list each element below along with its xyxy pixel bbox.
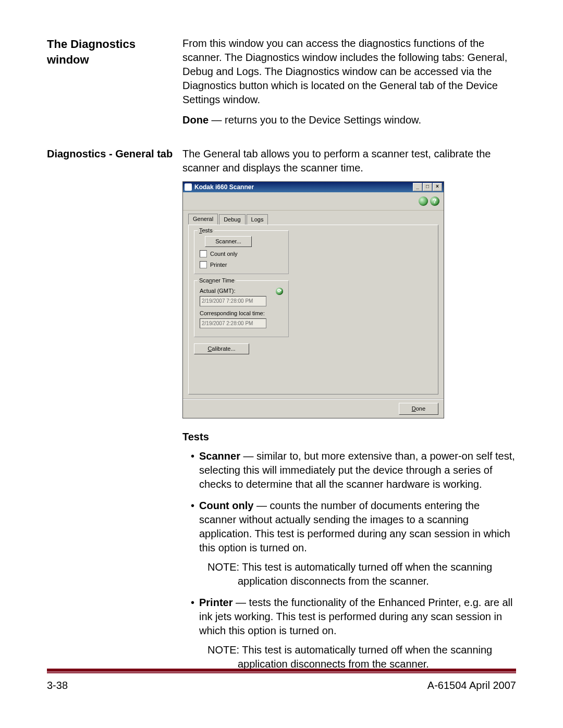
section-diagnostics-window: The Diagnostics window From this window … <box>47 36 516 133</box>
checkbox-box <box>200 261 207 268</box>
checkbox-box <box>200 250 207 257</box>
printer-label: Printer <box>210 261 227 269</box>
bullet-count-only: Count only — counts the number of docume… <box>191 499 516 588</box>
tab-general[interactable]: General <box>188 214 218 225</box>
bullet-printer: Printer — tests the functionality of the… <box>191 596 516 671</box>
count-note: NOTE: This test is automatically turned … <box>199 560 516 588</box>
footer-doc-id: A-61504 April 2007 <box>427 678 516 693</box>
tests-heading: Tests <box>182 430 516 444</box>
local-time-value: 2/19/2007 2:28:00 PM <box>200 318 266 329</box>
actual-gmt-label: Actual (GMT): <box>200 287 235 295</box>
maximize-button[interactable]: □ <box>423 183 432 191</box>
tab-panel-general: Tests Scanner... Count only <box>188 225 438 394</box>
diagnostics-window-done: Done — returns you to the Device Setting… <box>182 113 516 127</box>
general-tab-intro: The General tab allows you to perform a … <box>182 147 516 175</box>
app-icon <box>185 183 192 191</box>
bullet-printer-label: Printer <box>199 597 232 608</box>
diagnostics-window-intro: From this window you can access the diag… <box>182 36 516 107</box>
group-tests-legend: Tests <box>198 227 214 235</box>
tabs: General Debug Logs <box>188 214 438 225</box>
bullet-count-label: Count only <box>199 500 253 511</box>
minimize-button[interactable]: _ <box>413 183 422 191</box>
count-only-label: Count only <box>210 250 238 258</box>
window-buttons: _ □ × <box>413 183 442 191</box>
printer-checkbox[interactable]: Printer <box>200 261 283 269</box>
titlebar: Kodak i660 Scanner _ □ × <box>183 182 444 192</box>
section-general-tab: Diagnostics - General tab The General ta… <box>47 147 516 678</box>
bullet-scanner-text: — similar to, but more extensive than, a… <box>199 450 515 490</box>
footer-inner: 3-38 A-61504 April 2007 <box>47 672 516 693</box>
tab-debug[interactable]: Debug <box>219 214 245 225</box>
done-button[interactable]: Done <box>399 403 438 415</box>
window-title: Kodak i660 Scanner <box>194 183 254 191</box>
tab-logs[interactable]: Logs <box>247 214 268 225</box>
done-label: Done <box>182 114 209 126</box>
heading-diagnostics-window: The Diagnostics window <box>47 36 182 67</box>
calibrate-wrap: Calibrate... <box>194 343 433 354</box>
tests-bullets: Scanner — similar to, but more extensive… <box>182 449 516 671</box>
home-icon[interactable] <box>419 196 428 206</box>
footer-page-number: 3-38 <box>47 678 68 693</box>
group-tests: Tests Scanner... Count only <box>194 230 289 275</box>
local-time-label: Corresponding local time: <box>200 310 283 317</box>
dialog-body: General Debug Logs Tests Scanner... <box>183 211 444 399</box>
done-text: — returns you to the Device Settings win… <box>209 114 421 126</box>
section1-body: From this window you can access the diag… <box>182 36 516 133</box>
actual-gmt-value: 2/19/2007 7:28:00 PM <box>200 296 266 306</box>
actual-gmt-row: Actual (GMT): <box>200 287 283 295</box>
help-icon[interactable] <box>430 196 439 206</box>
toolbar <box>183 192 444 211</box>
close-button[interactable]: × <box>433 183 442 191</box>
bullet-printer-text: — tests the functionality of the Enhance… <box>199 597 512 636</box>
group-scanner-time: Scanner Time Actual (GMT): 2/19/2007 7:2… <box>194 280 289 337</box>
dialog-window: Kodak i660 Scanner _ □ × General <box>182 181 444 418</box>
refresh-icon[interactable] <box>276 288 283 295</box>
section2-body: The General tab allows you to perform a … <box>182 147 516 678</box>
calibrate-button[interactable]: Calibrate... <box>194 343 249 354</box>
count-only-checkbox[interactable]: Count only <box>200 250 283 258</box>
dialog-bottom-bar: Done <box>183 399 444 418</box>
group-time-legend: Scanner Time <box>198 277 236 285</box>
bullet-scanner-label: Scanner <box>199 450 240 462</box>
heading-general-tab: Diagnostics - General tab <box>47 147 182 161</box>
footer: 3-38 A-61504 April 2007 <box>47 669 516 693</box>
scanner-test-button[interactable]: Scanner... <box>205 236 252 247</box>
screenshot-dialog: Kodak i660 Scanner _ □ × General <box>182 181 516 418</box>
page: The Diagnostics window From this window … <box>0 0 563 728</box>
bullet-scanner: Scanner — similar to, but more extensive… <box>191 449 516 491</box>
printer-note: NOTE: This test is automatically turned … <box>199 643 516 671</box>
